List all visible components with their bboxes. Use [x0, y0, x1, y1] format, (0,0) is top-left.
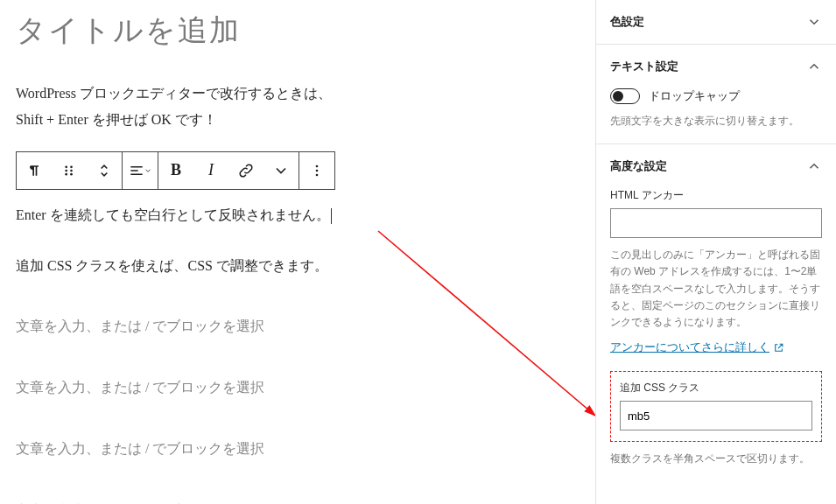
panel-advanced-toggle[interactable]: 高度な設定: [610, 158, 822, 174]
drag-icon: [60, 162, 78, 179]
anchor-hint: この見出しのみに「アンカー」と呼ばれる固有の Web アドレスを作成するには、1…: [610, 247, 822, 331]
panel-title: テキスト設定: [610, 59, 678, 74]
panel-title: 色設定: [610, 14, 644, 30]
block-options-button[interactable]: [299, 152, 334, 189]
panel-text: テキスト設定 ドロップキャップ 先頭文字を大きな表示に切り替えます。: [596, 45, 836, 144]
mover-icon: [95, 162, 113, 179]
panel-color-toggle[interactable]: 色設定: [610, 14, 822, 30]
align-button[interactable]: [123, 152, 158, 189]
svg-point-3: [70, 165, 73, 168]
paragraph-block[interactable]: Shift + Enter を押せば OK です！: [16, 107, 571, 133]
svg-point-4: [70, 169, 73, 172]
css-class-input[interactable]: [620, 401, 812, 430]
svg-point-1: [65, 169, 67, 172]
chevron-down-icon: [144, 166, 152, 175]
external-link-icon: [773, 342, 784, 354]
more-richtext-button[interactable]: [263, 152, 299, 189]
options-icon: [308, 162, 326, 179]
svg-point-0: [65, 165, 67, 168]
align-left-icon: [128, 162, 145, 179]
paragraph-block[interactable]: WordPress ブロックエディターで改行するときは、: [16, 80, 571, 107]
bold-button[interactable]: B: [158, 152, 193, 189]
empty-block-placeholder[interactable]: 文章を入力、または / でブロックを選択: [16, 498, 571, 504]
chevron-down-icon: [806, 14, 822, 30]
empty-block-placeholder[interactable]: 文章を入力、または / でブロックを選択: [16, 374, 571, 401]
dropcap-hint: 先頭文字を大きな表示に切り替えます。: [610, 113, 822, 130]
text-caret: [331, 208, 332, 224]
paragraph-text: Enter を連続しても空白行として反映されません。: [16, 202, 330, 228]
editor-canvas: タイトルを追加 WordPress ブロックエディターで改行するときは、 Shi…: [0, 0, 587, 504]
block-mover-button[interactable]: [87, 152, 122, 189]
panel-title: 高度な設定: [610, 158, 667, 174]
svg-point-8: [316, 173, 319, 176]
selected-paragraph-block[interactable]: Enter を連続しても空白行として反映されません。: [16, 202, 571, 228]
css-class-label: 追加 CSS クラス: [620, 381, 812, 396]
paragraph-icon: [25, 162, 43, 179]
anchor-input[interactable]: [610, 208, 822, 238]
svg-point-6: [316, 164, 319, 167]
anchor-label: HTML アンカー: [610, 188, 822, 203]
panel-advanced: 高度な設定 HTML アンカー この見出しのみに「アンカー」と呼ばれる固有の W…: [596, 144, 836, 481]
empty-block-placeholder[interactable]: 文章を入力、または / でブロックを選択: [16, 436, 571, 462]
dropcap-toggle[interactable]: [610, 88, 640, 104]
panel-color: 色設定: [596, 0, 836, 45]
chevron-up-icon: [806, 158, 822, 174]
block-type-button[interactable]: [17, 152, 52, 189]
paragraph-block[interactable]: 追加 CSS クラスを使えば、CSS で調整できます。: [16, 253, 571, 279]
svg-point-5: [70, 173, 73, 176]
dropcap-label: ドロップキャップ: [649, 88, 740, 104]
block-toolbar: B I: [16, 151, 335, 190]
link-text: アンカーについてさらに詳しく: [610, 340, 769, 355]
panel-text-toggle[interactable]: テキスト設定: [610, 59, 822, 74]
css-class-highlight: 追加 CSS クラス: [610, 371, 822, 442]
chevron-down-icon: [272, 162, 290, 179]
anchor-learn-more-link[interactable]: アンカーについてさらに詳しく: [610, 340, 784, 355]
post-title-placeholder[interactable]: タイトルを追加: [16, 10, 571, 51]
italic-button[interactable]: I: [193, 152, 228, 189]
link-icon: [237, 162, 255, 179]
block-settings-sidebar: 色設定 テキスト設定 ドロップキャップ 先頭文字を大きな表示に切り替えます。 高…: [595, 0, 836, 504]
empty-block-placeholder[interactable]: 文章を入力、または / でブロックを選択: [16, 313, 571, 340]
svg-point-7: [316, 169, 319, 172]
css-class-hint: 複数クラスを半角スペースで区切ります。: [610, 451, 822, 467]
link-button[interactable]: [228, 152, 263, 189]
drag-handle-button[interactable]: [52, 152, 87, 189]
svg-point-2: [65, 173, 67, 176]
chevron-up-icon: [806, 59, 822, 74]
